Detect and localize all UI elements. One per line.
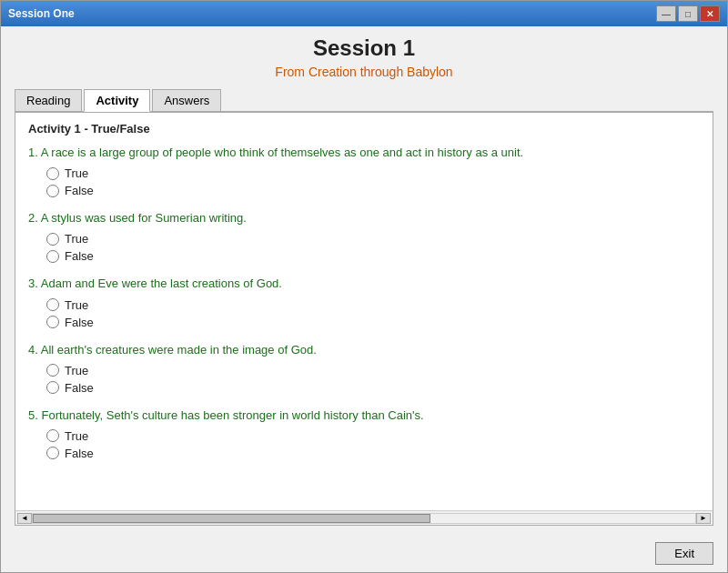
exit-button[interactable]: Exit <box>655 542 713 565</box>
tab-answers[interactable]: Answers <box>152 89 221 112</box>
bottom-bar: Exit <box>1 535 727 572</box>
question-3-false-radio[interactable] <box>46 316 59 328</box>
question-3-text: 3. Adam and Eve were the last creations … <box>28 276 700 292</box>
question-3-false-label: False <box>65 316 94 329</box>
main-window: Session One — □ ✕ Session 1 From Creatio… <box>0 0 728 573</box>
question-2: 2. A stylus was used for Sumerian writin… <box>28 210 700 263</box>
question-5-false-radio[interactable] <box>46 447 59 459</box>
h-scroll-thumb <box>33 514 430 523</box>
scroll-container[interactable]: Activity 1 - True/False 1. A race is a l… <box>15 113 713 510</box>
activity-title: Activity 1 - True/False <box>28 122 700 136</box>
question-4-false: False <box>46 381 700 395</box>
question-1-false: False <box>46 184 700 197</box>
page-subtitle: From Creation through Babylon <box>15 65 713 79</box>
tab-activity[interactable]: Activity <box>84 89 150 112</box>
maximize-button[interactable]: □ <box>678 5 698 22</box>
question-4: 4. All earth's creatures were made in th… <box>28 342 700 395</box>
question-2-false-label: False <box>65 249 94 263</box>
question-5-true-radio[interactable] <box>46 429 59 442</box>
question-4-true: True <box>46 364 700 377</box>
question-1-false-label: False <box>65 184 94 197</box>
scroll-right-arrow[interactable]: ► <box>696 513 711 524</box>
question-2-true-radio[interactable] <box>46 233 59 246</box>
close-button[interactable]: ✕ <box>700 5 720 22</box>
question-5: 5. Fortunately, Seth's culture has been … <box>28 407 700 460</box>
horizontal-scrollbar: ◄ ► <box>15 510 713 525</box>
title-bar: Session One — □ ✕ <box>1 1 727 26</box>
question-3-false: False <box>46 316 700 329</box>
question-4-true-radio[interactable] <box>46 364 59 377</box>
scroll-left-arrow[interactable]: ◄ <box>17 513 32 524</box>
question-5-false: False <box>46 447 700 460</box>
tab-reading[interactable]: Reading <box>15 89 82 112</box>
question-4-false-radio[interactable] <box>46 381 59 394</box>
question-4-text: 4. All earth's creatures were made in th… <box>28 342 700 358</box>
question-1-text: 1. A race is a large group of people who… <box>28 145 700 161</box>
question-3-true-label: True <box>65 298 88 312</box>
question-3: 3. Adam and Eve were the last creations … <box>28 276 700 328</box>
question-2-true-label: True <box>65 232 88 246</box>
question-4-true-label: True <box>65 364 88 377</box>
question-2-false: False <box>46 249 700 263</box>
question-3-true-radio[interactable] <box>46 298 59 311</box>
minimize-button[interactable]: — <box>656 5 676 22</box>
activity-panel: Activity 1 - True/False 1. A race is a l… <box>15 112 713 526</box>
window-title: Session One <box>8 7 75 20</box>
question-5-text: 5. Fortunately, Seth's culture has been … <box>28 407 700 424</box>
question-2-text: 2. A stylus was used for Sumerian writin… <box>28 210 700 226</box>
page-title: Session 1 <box>15 35 713 61</box>
window-controls: — □ ✕ <box>656 5 720 22</box>
question-3-true: True <box>46 298 700 312</box>
question-5-false-label: False <box>65 447 94 460</box>
tab-bar: Reading Activity Answers <box>15 88 713 112</box>
question-4-false-label: False <box>65 381 94 395</box>
question-1: 1. A race is a large group of people who… <box>28 145 700 197</box>
question-2-true: True <box>46 232 700 246</box>
question-1-true: True <box>46 166 700 180</box>
question-1-false-radio[interactable] <box>46 185 59 197</box>
question-5-true: True <box>46 429 700 443</box>
question-1-true-radio[interactable] <box>46 167 59 180</box>
question-5-true-label: True <box>65 429 88 443</box>
content-area: Session 1 From Creation through Babylon … <box>1 26 727 535</box>
h-scroll-track[interactable] <box>32 513 696 524</box>
question-2-false-radio[interactable] <box>46 250 59 263</box>
question-1-true-label: True <box>65 166 88 180</box>
